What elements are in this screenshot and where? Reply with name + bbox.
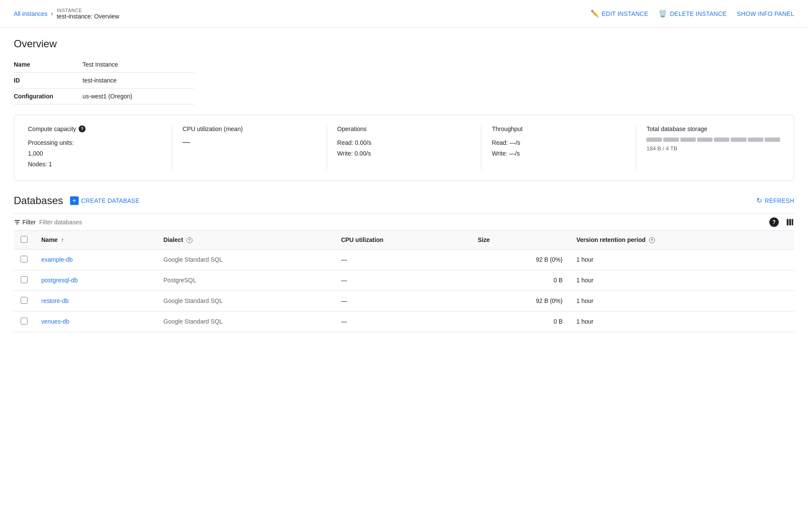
db-retention-cell: 1 hour — [569, 290, 794, 311]
all-instances-link[interactable]: All instances — [14, 10, 48, 17]
select-all-checkbox[interactable] — [21, 236, 28, 243]
storage-bar-segment — [765, 138, 780, 142]
databases-table: Name ↑ Dialect ? CPU utilization Size Ve… — [14, 231, 794, 332]
info-table-row: IDtest-instance — [14, 73, 194, 89]
db-cpu-cell: — — [334, 270, 471, 290]
db-size-cell: 92 B (0%) — [471, 290, 569, 311]
edit-icon: ✏️ — [591, 9, 599, 18]
info-value: Test Instance — [83, 57, 194, 73]
operations-section: Operations Read: 0.00/s Write: 0.00/s — [337, 125, 482, 170]
storage-bar — [646, 138, 780, 142]
row-checkbox[interactable] — [21, 297, 28, 304]
row-checkbox[interactable] — [21, 318, 28, 324]
table-header-row: Name ↑ Dialect ? CPU utilization Size Ve… — [14, 231, 794, 250]
info-table-row: NameTest Instance — [14, 57, 194, 73]
row-checkbox-cell — [14, 311, 34, 332]
column-display-button[interactable] — [786, 218, 794, 226]
db-size-cell: 0 B — [471, 311, 569, 332]
storage-bar-segment — [663, 138, 679, 142]
db-name-cell[interactable]: example-db — [34, 249, 156, 270]
name-column-header[interactable]: Name ↑ — [34, 231, 156, 250]
info-key: Name — [14, 57, 83, 73]
show-info-panel-button[interactable]: SHOW INFO PANEL — [737, 10, 794, 17]
filter-icon-label: Filter — [14, 219, 36, 226]
top-actions: ✏️ EDIT INSTANCE 🗑️ DELETE INSTANCE SHOW… — [591, 9, 794, 18]
cpu-column-header: CPU utilization — [334, 231, 471, 250]
overview-title: Overview — [14, 38, 794, 50]
row-checkbox-cell — [14, 290, 34, 311]
compute-capacity-section: Compute capacity ? Processing units: 1,0… — [28, 125, 172, 170]
storage-bar-segment — [748, 138, 763, 142]
metrics-card: Compute capacity ? Processing units: 1,0… — [14, 115, 794, 181]
db-cpu-cell: — — [334, 311, 471, 332]
table-help-icon[interactable]: ? — [769, 217, 779, 227]
db-cpu-cell: — — [334, 290, 471, 311]
row-checkbox-cell — [14, 270, 34, 290]
table-row: venues-db Google Standard SQL — 0 B 1 ho… — [14, 311, 794, 332]
db-size-cell: 0 B — [471, 270, 569, 290]
table-row: example-db Google Standard SQL — 92 B (0… — [14, 249, 794, 270]
db-retention-cell: 1 hour — [569, 270, 794, 290]
throughput-value: Read: —/s Write: —/s — [492, 138, 625, 159]
storage-bar-segment — [714, 138, 729, 142]
db-dialect-cell: PostgreSQL — [156, 270, 334, 290]
breadcrumb-chevron: › — [51, 10, 53, 18]
row-checkbox[interactable] — [21, 256, 28, 263]
refresh-button[interactable]: ↻ REFRESH — [756, 196, 794, 205]
storage-bar-segment — [731, 138, 746, 142]
storage-section: Total database storage 184 B / 4 TB — [646, 125, 780, 170]
db-name-cell[interactable]: venues-db — [34, 311, 156, 332]
databases-title: Databases — [14, 195, 63, 207]
table-row: postgresql-db PostgreSQL — 0 B 1 hour — [14, 270, 794, 290]
db-size-cell: 92 B (0%) — [471, 249, 569, 270]
filter-left: Filter — [14, 219, 125, 226]
operations-label: Operations — [337, 125, 471, 132]
svg-rect-4 — [789, 219, 791, 225]
filter-databases-input[interactable] — [39, 219, 125, 226]
main-content: Overview NameTest InstanceIDtest-instanc… — [0, 28, 808, 342]
cpu-label: CPU utilization (mean) — [183, 125, 316, 132]
storage-text: 184 B / 4 TB — [646, 145, 780, 152]
instance-info-table: NameTest InstanceIDtest-instanceConfigur… — [14, 57, 194, 104]
operations-value: Read: 0.00/s Write: 0.00/s — [337, 138, 471, 159]
info-key: Configuration — [14, 89, 83, 104]
size-column-header: Size — [471, 231, 569, 250]
info-value: us-west1 (Oregon) — [83, 89, 194, 104]
instance-name: test-instance: Overview — [57, 13, 119, 20]
storage-bar-segment — [646, 138, 662, 142]
row-checkbox-cell — [14, 249, 34, 270]
edit-instance-button[interactable]: ✏️ EDIT INSTANCE — [591, 9, 649, 18]
db-name-cell[interactable]: restore-db — [34, 290, 156, 311]
db-dialect-cell: Google Standard SQL — [156, 249, 334, 270]
create-database-button[interactable]: + CREATE DATABASE — [70, 196, 140, 205]
filter-bar: Filter ? — [14, 214, 794, 231]
svg-rect-5 — [792, 219, 793, 225]
sort-asc-icon: ↑ — [61, 236, 64, 243]
select-all-cell — [14, 231, 34, 250]
delete-instance-button[interactable]: 🗑️ DELETE INSTANCE — [658, 9, 726, 18]
databases-header: Databases + CREATE DATABASE ↻ REFRESH — [14, 195, 794, 207]
compute-help-icon[interactable]: ? — [79, 125, 86, 132]
db-retention-cell: 1 hour — [569, 311, 794, 332]
table-row: restore-db Google Standard SQL — 92 B (0… — [14, 290, 794, 311]
db-name-cell[interactable]: postgresql-db — [34, 270, 156, 290]
retention-column-header: Version retention period ? — [569, 231, 794, 250]
retention-help-icon[interactable]: ? — [649, 237, 655, 243]
dialect-column-header: Dialect ? — [156, 231, 334, 250]
plus-icon: + — [70, 196, 79, 205]
svg-rect-3 — [787, 219, 789, 225]
storage-bar-segment — [697, 138, 713, 142]
refresh-icon: ↻ — [756, 196, 762, 205]
compute-value: Processing units: 1,000 Nodes: 1 — [28, 138, 162, 170]
cpu-utilization-section: CPU utilization (mean) — — [183, 125, 327, 170]
db-dialect-cell: Google Standard SQL — [156, 290, 334, 311]
breadcrumb: All instances › INSTANCE test-instance: … — [14, 8, 119, 20]
dialect-help-icon[interactable]: ? — [187, 237, 193, 243]
databases-title-group: Databases + CREATE DATABASE — [14, 195, 140, 207]
info-table-row: Configurationus-west1 (Oregon) — [14, 89, 194, 104]
db-retention-cell: 1 hour — [569, 249, 794, 270]
delete-icon: 🗑️ — [658, 9, 667, 18]
row-checkbox[interactable] — [21, 276, 28, 283]
filter-svg-icon — [14, 219, 21, 226]
instance-label: INSTANCE — [57, 8, 119, 13]
